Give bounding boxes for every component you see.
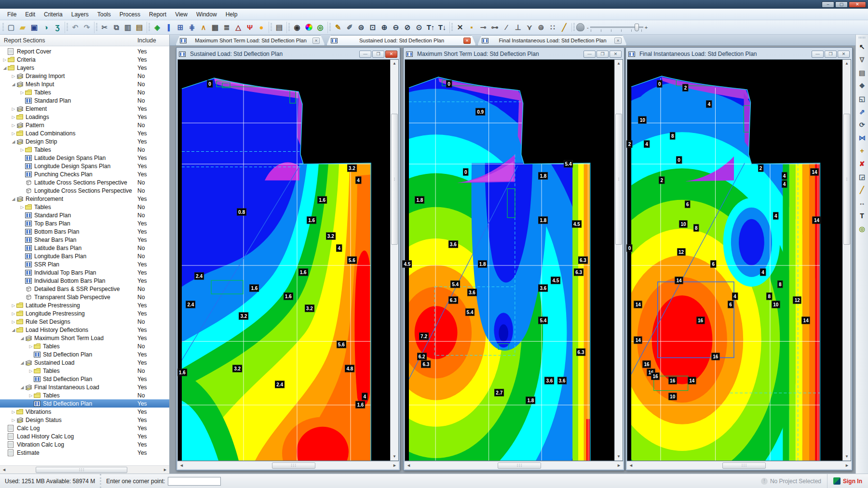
tree-row-std-deflection-plan[interactable]: Std Deflection PlanYes	[0, 375, 169, 383]
app-close-button[interactable]: ✕	[849, 1, 866, 8]
window-restore-button[interactable]: ❐	[597, 51, 609, 58]
hscroll-left-arrow-icon[interactable]: ◄	[405, 463, 413, 468]
include-value[interactable]: Yes	[137, 359, 169, 366]
hscroll-left-arrow-icon[interactable]: ◄	[177, 463, 186, 468]
sign-in-button[interactable]: Sign In	[827, 474, 868, 488]
tree-row-calc-log[interactable]: Calc LogYes	[0, 424, 169, 432]
include-value[interactable]: Yes	[137, 237, 169, 243]
tree-row-element[interactable]: ▷ElementYes	[0, 105, 169, 113]
tree-row-layers[interactable]: ◢LayersYes	[0, 64, 169, 72]
include-value[interactable]: Yes	[137, 138, 169, 145]
stretch-icon[interactable]: ◲	[857, 170, 868, 183]
sidebar-hscrollbar[interactable]: ◄ ᎒᎒᎒ ►	[0, 465, 169, 474]
include-value[interactable]: Yes	[137, 56, 169, 63]
zoom-previous-icon[interactable]: ⊘	[402, 22, 413, 33]
tree-row-transparent-slab-perspective[interactable]: Transparent Slab PerspectiveNo	[0, 293, 169, 301]
include-value[interactable]: Yes	[137, 384, 169, 391]
tree-row-pattern[interactable]: ▷PatternNo	[0, 121, 169, 129]
vscroll-up-arrow-icon[interactable]: ▲	[391, 60, 398, 67]
design-strips-icon[interactable]: ∥	[163, 22, 175, 33]
vscroll-thumb[interactable]: ᎒	[615, 114, 622, 245]
tree-row-longitude-design-spans-plan[interactable]: Longitude Design Spans PlanYes	[0, 162, 169, 170]
tree-row-load-history-deflections[interactable]: ◢Load History DeflectionsYes	[0, 326, 169, 334]
vscroll-up-arrow-icon[interactable]: ▲	[615, 60, 623, 67]
zoom-out-icon[interactable]: ⊖	[390, 22, 402, 33]
expand-arrow-icon[interactable]: ▷	[28, 369, 34, 373]
expand-arrow-icon[interactable]: ▷	[11, 74, 16, 79]
tab-close-icon[interactable]: ✕	[312, 38, 320, 44]
tree-row-longitude-prestressing[interactable]: ▷Longitude PrestressingYes	[0, 309, 169, 317]
project-status[interactable]: ! No Project Selected	[755, 478, 827, 485]
expand-arrow-icon[interactable]: ▷	[19, 147, 25, 152]
window-close-button[interactable]: ✕	[385, 51, 397, 58]
include-value[interactable]: No	[137, 343, 169, 350]
report-tables-icon[interactable]: ≣	[221, 22, 232, 33]
include-value[interactable]: Yes	[137, 277, 169, 284]
contour-plot-canvas[interactable]: 00.901.85.41.81.84.53.64.51.86.36.35.43.…	[405, 60, 614, 461]
menu-process[interactable]: Process	[115, 10, 145, 19]
vscroll-down-arrow-icon[interactable]: ▼	[391, 453, 398, 461]
include-value[interactable]: Yes	[137, 171, 169, 178]
open-icon[interactable]: ▰	[17, 22, 28, 33]
include-value[interactable]: Yes	[137, 130, 169, 137]
app-titlebar[interactable]: – ▢ ✕	[0, 0, 868, 9]
edit-properties-icon[interactable]: ✐	[344, 22, 355, 33]
include-value[interactable]: No	[137, 73, 169, 79]
zoom-window-icon[interactable]: ⊡	[367, 22, 379, 33]
collapse-arrow-icon[interactable]: ◢	[19, 360, 25, 365]
window-titlebar[interactable]: Sustained Load: Std Deflection Plan — ❐ …	[177, 49, 399, 59]
tab-final-instantaneous-load-std-deflection-plan[interactable]: Final Instantaneous Load: Std Deflection…	[477, 35, 627, 45]
window-minimize-button[interactable]: —	[359, 51, 371, 58]
snap-bisector-icon[interactable]: ⋎	[524, 22, 535, 33]
menu-help[interactable]: Help	[221, 10, 242, 19]
text-decrease-icon[interactable]: T↓	[436, 22, 448, 33]
include-value[interactable]: No	[137, 81, 169, 88]
tab-close-icon[interactable]: ✕	[463, 38, 471, 44]
window-hscrollbar[interactable]: ◄ ᎒᎒᎒ ►	[405, 461, 623, 469]
select-arrow-icon[interactable]: ↖	[857, 40, 868, 53]
contour-tool-icon[interactable]: ◎	[857, 222, 868, 235]
snap-endpoint-icon[interactable]: ⊸	[477, 22, 489, 33]
include-value[interactable]: No	[137, 179, 169, 186]
tendon-icon[interactable]: Ψ	[244, 22, 256, 33]
expand-arrow-icon[interactable]: ▷	[11, 303, 16, 308]
include-value[interactable]: Yes	[137, 441, 169, 448]
include-value[interactable]: Yes	[137, 220, 169, 227]
tree-row-std-deflection-plan[interactable]: Std Deflection PlanYes	[0, 350, 169, 358]
app-maximize-button[interactable]: ▢	[835, 1, 848, 8]
tree-row-latitude-cross-sections-perspective[interactable]: Latitude Cross Sections PerspectiveNo	[0, 178, 169, 186]
opacity-slider[interactable]: -+	[585, 25, 649, 30]
window-titlebar[interactable]: Final Instantaneous Load: Std Deflection…	[627, 49, 851, 59]
paste-icon[interactable]: ▤	[134, 22, 145, 33]
edit-pencil-icon[interactable]: ✎	[332, 22, 344, 33]
include-value[interactable]: No	[137, 245, 169, 251]
text-tool-icon[interactable]: T	[857, 209, 868, 222]
plot-contour-icon[interactable]: ◎	[314, 22, 326, 33]
include-value[interactable]: Yes	[137, 449, 169, 456]
tree-row-reinforcement[interactable]: ◢ReinforcementYes	[0, 195, 169, 203]
tree-row-sustained-load[interactable]: ◢Sustained LoadYes	[0, 358, 169, 367]
hatch-icon[interactable]: ⋕	[186, 22, 198, 33]
snap-line-icon[interactable]: ╱	[558, 22, 570, 33]
window-vscrollbar[interactable]: ▲ ᎒ ▼	[614, 60, 623, 461]
include-value[interactable]: No	[137, 212, 169, 219]
window-vscrollbar[interactable]: ▲ ᎒ ▼	[390, 60, 398, 461]
color-wheel-icon[interactable]	[303, 22, 314, 33]
tree-row-mesh-input[interactable]: ◢Mesh InputNo	[0, 80, 169, 88]
tree-row-top-bars-plan[interactable]: Top Bars PlanYes	[0, 219, 169, 227]
snap-nearest-icon[interactable]: ∕	[501, 22, 512, 33]
collapse-arrow-icon[interactable]: ◢	[11, 139, 16, 144]
snap-perpendicular-icon[interactable]: ⊥	[512, 22, 524, 33]
tab-close-icon[interactable]: ✕	[614, 38, 622, 44]
tree-row-report-cover[interactable]: Report CoverYes	[0, 47, 169, 55]
include-value[interactable]: No	[137, 187, 169, 194]
window-titlebar[interactable]: Maximum Short Term Load: Std Deflection …	[405, 49, 623, 59]
tree-row-rule-set-designs[interactable]: ▷Rule Set DesignsNo	[0, 317, 169, 326]
frame-icon[interactable]: ∧	[198, 22, 209, 33]
tree-row-tables[interactable]: ▷TablesNo	[0, 145, 169, 154]
window-hscrollbar[interactable]: ◄ ᎒᎒᎒ ►	[627, 461, 851, 469]
tree-row-shear-bars-plan[interactable]: Shear Bars PlanYes	[0, 236, 169, 244]
tree-row-tables[interactable]: ▷TablesNo	[0, 342, 169, 350]
expand-arrow-icon[interactable]: ▷	[28, 393, 34, 398]
hscroll-right-arrow-icon[interactable]: ►	[615, 463, 623, 468]
